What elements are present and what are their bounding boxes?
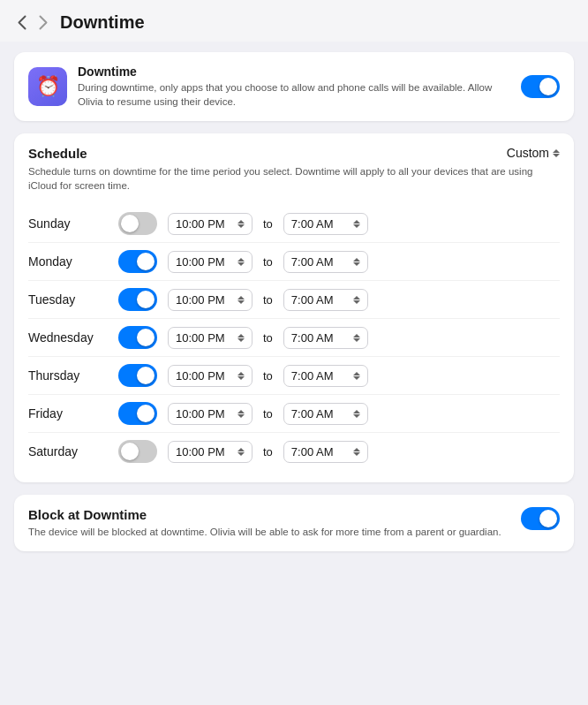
downtime-info: Downtime During downtime, only apps that… [78, 64, 510, 109]
block-toggle[interactable] [521, 507, 560, 530]
day-row-monday: Monday10:00 PMto7:00 AM [28, 242, 560, 280]
content-area: ⏰ Downtime During downtime, only apps th… [0, 42, 588, 565]
schedule-header: Schedule Custom [28, 146, 560, 161]
from-time-tuesday[interactable]: 10:00 PM [168, 289, 253, 311]
page-title: Downtime [60, 12, 145, 33]
day-row-friday: Friday10:00 PMto7:00 AM [28, 394, 560, 432]
schedule-title: Schedule [28, 146, 87, 161]
forward-button[interactable] [35, 13, 51, 32]
from-time-saturday[interactable]: 10:00 PM [168, 441, 253, 463]
day-row-thursday: Thursday10:00 PMto7:00 AM [28, 356, 560, 394]
block-card: Block at Downtime The device will be blo… [14, 495, 574, 551]
downtime-info-title: Downtime [78, 64, 510, 79]
header: Downtime [0, 0, 588, 42]
to-label-friday: to [263, 407, 273, 421]
to-label-tuesday: to [263, 293, 273, 307]
to-time-thursday[interactable]: 7:00 AM [283, 365, 368, 387]
day-label-sunday: Sunday [28, 216, 108, 231]
downtime-info-desc: During downtime, only apps that you choo… [78, 80, 510, 109]
toggle-friday[interactable] [118, 402, 157, 425]
toggle-monday[interactable] [118, 250, 157, 273]
back-button[interactable] [14, 13, 30, 32]
day-label-tuesday: Tuesday [28, 292, 108, 307]
to-time-friday[interactable]: 7:00 AM [283, 403, 368, 425]
from-time-wednesday[interactable]: 10:00 PM [168, 327, 253, 349]
toggle-tuesday[interactable] [118, 288, 157, 311]
from-time-sunday[interactable]: 10:00 PM [168, 213, 253, 235]
day-row-saturday: Saturday10:00 PMto7:00 AM [28, 432, 560, 470]
downtime-icon: ⏰ [36, 75, 60, 98]
to-label-monday: to [263, 255, 273, 269]
toggle-saturday[interactable] [118, 440, 157, 463]
schedule-type-label: Custom [507, 146, 549, 160]
day-label-wednesday: Wednesday [28, 330, 108, 345]
from-time-thursday[interactable]: 10:00 PM [168, 365, 253, 387]
from-time-friday[interactable]: 10:00 PM [168, 403, 253, 425]
to-time-tuesday[interactable]: 7:00 AM [283, 289, 368, 311]
to-time-sunday[interactable]: 7:00 AM [283, 213, 368, 235]
to-label-thursday: to [263, 369, 273, 383]
downtime-card: ⏰ Downtime During downtime, only apps th… [14, 52, 574, 121]
from-time-monday[interactable]: 10:00 PM [168, 251, 253, 273]
block-desc: The device will be blocked at downtime. … [28, 525, 510, 539]
schedule-desc: Schedule turns on downtime for the time … [28, 164, 560, 193]
to-label-saturday: to [263, 445, 273, 459]
to-label-wednesday: to [263, 331, 273, 345]
day-rows-container: Sunday10:00 PMto7:00 AMMonday10:00 PMto7… [28, 205, 560, 470]
block-title: Block at Downtime [28, 507, 510, 522]
schedule-type-chevron [553, 149, 560, 157]
schedule-card: Schedule Custom Schedule turns on downti… [14, 133, 574, 482]
toggle-wednesday[interactable] [118, 326, 157, 349]
block-info: Block at Downtime The device will be blo… [28, 507, 510, 539]
to-time-monday[interactable]: 7:00 AM [283, 251, 368, 273]
day-label-monday: Monday [28, 254, 108, 269]
day-label-saturday: Saturday [28, 444, 108, 459]
to-time-wednesday[interactable]: 7:00 AM [283, 327, 368, 349]
day-row-tuesday: Tuesday10:00 PMto7:00 AM [28, 280, 560, 318]
day-row-sunday: Sunday10:00 PMto7:00 AM [28, 205, 560, 242]
schedule-type-select[interactable]: Custom [507, 146, 560, 160]
to-time-saturday[interactable]: 7:00 AM [283, 441, 368, 463]
toggle-sunday[interactable] [118, 212, 157, 235]
day-row-wednesday: Wednesday10:00 PMto7:00 AM [28, 318, 560, 356]
downtime-toggle[interactable] [521, 75, 560, 98]
day-label-friday: Friday [28, 406, 108, 421]
toggle-thursday[interactable] [118, 364, 157, 387]
downtime-icon-wrap: ⏰ [28, 67, 67, 106]
to-label-sunday: to [263, 217, 273, 231]
day-label-thursday: Thursday [28, 368, 108, 383]
